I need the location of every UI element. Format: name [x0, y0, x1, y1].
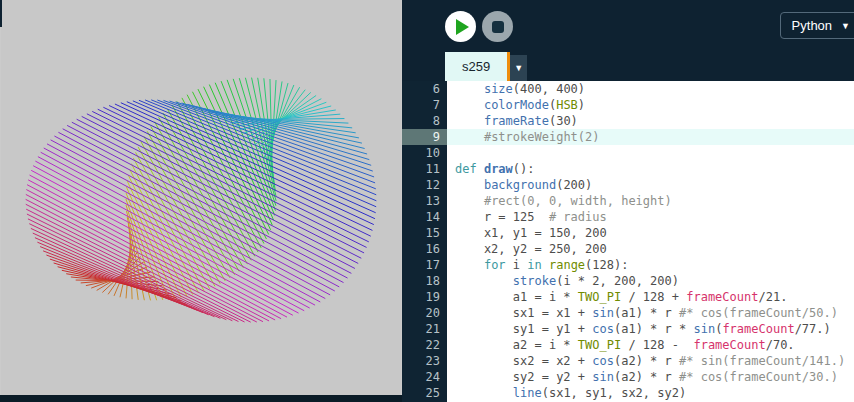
code-token: TWO_PI [578, 338, 621, 352]
sketch-output-area[interactable] [0, 0, 402, 395]
line-number: 21 [402, 321, 447, 337]
code-token: sy2 = y2 + [455, 370, 592, 384]
code-token: (a1) * r [614, 306, 679, 320]
code-token: ) [578, 98, 585, 112]
code-line[interactable]: stroke(i * 2, 200, 200) [447, 273, 854, 289]
code-line[interactable]: #rect(0, 0, width, height) [447, 193, 854, 209]
chevron-down-icon: ▼ [841, 21, 850, 31]
line-number: 23 [402, 353, 447, 369]
code-token: sx2 = x2 + [455, 354, 592, 368]
code-line[interactable]: frameRate(30) [447, 113, 854, 129]
code-line[interactable]: background(200) [447, 177, 854, 193]
code-token: size [484, 82, 513, 96]
code-token: r = 125 [455, 210, 549, 224]
code-token: x2, y2 = 250, 200 [455, 242, 607, 256]
code-line[interactable] [447, 145, 854, 161]
line-number: 7 [402, 97, 447, 113]
code-token: x1, y1 = 150, 200 [455, 226, 607, 240]
code-line[interactable]: size(400, 400) [447, 81, 854, 97]
line-number: 14 [402, 209, 447, 225]
code-token: / 128 + [621, 290, 686, 304]
line-number: 9 [402, 129, 447, 145]
line-number: 12 [402, 177, 447, 193]
code-token [455, 82, 484, 96]
line-number: 16 [402, 241, 447, 257]
code-line[interactable]: sy1 = y1 + cos(a1) * r * sin(frameCount/… [447, 321, 854, 337]
code-area[interactable]: size(400, 400) colorMode(HSB) frameRate(… [447, 81, 854, 402]
code-token: #* cos(frameCount/30.) [679, 370, 838, 384]
code-token: HSB [556, 98, 578, 112]
code-token: def [455, 162, 477, 176]
code-line[interactable]: line(sx1, sy1, sx2, sy2) [447, 385, 854, 401]
code-token: TWO_PI [578, 290, 621, 304]
tab-bar: s259 ▼ [402, 52, 854, 81]
line-number: 24 [402, 369, 447, 385]
line-number: 13 [402, 193, 447, 209]
code-token [455, 194, 484, 208]
code-line[interactable]: sy2 = y2 + sin(a2) * r #* cos(frameCount… [447, 369, 854, 385]
code-line[interactable]: sx2 = x2 + cos(a2) * r #* sin(frameCount… [447, 353, 854, 369]
line-number: 11 [402, 161, 447, 177]
line-number: 18 [402, 273, 447, 289]
code-line[interactable]: sx1 = x1 + sin(a1) * r #* cos(frameCount… [447, 305, 854, 321]
code-line[interactable]: def draw(): [447, 161, 854, 177]
tab-s259[interactable]: s259 [445, 52, 510, 81]
code-token: draw [484, 162, 513, 176]
code-token: / 128 - [621, 338, 693, 352]
code-token: sx1 = x1 + [455, 306, 592, 320]
code-token: range [549, 258, 585, 272]
code-token: i [506, 258, 528, 272]
code-token [455, 274, 513, 288]
code-line[interactable]: r = 125 # radius [447, 209, 854, 225]
code-token [455, 178, 484, 192]
pane-edge-sliver [0, 0, 2, 27]
code-token: a2 = i * [455, 338, 578, 352]
language-label: Python [792, 18, 832, 33]
code-editor[interactable]: 678910111213141516171819202122232425 siz… [402, 81, 854, 402]
code-token [477, 162, 484, 176]
code-token: #rect(0, 0, width, height) [484, 194, 672, 208]
code-token: sin [592, 306, 614, 320]
code-token: frameCount [722, 322, 794, 336]
code-token: (sx1, sy1, sx2, sy2) [542, 386, 687, 400]
code-token: /21. [758, 290, 787, 304]
code-token: (400, 400) [513, 82, 585, 96]
code-token: cos [592, 354, 614, 368]
code-token: (a1) * r * [614, 322, 693, 336]
code-token: (30) [549, 114, 578, 128]
line-number: 22 [402, 337, 447, 353]
code-token: frameCount [686, 290, 758, 304]
code-line[interactable]: x2, y2 = 250, 200 [447, 241, 854, 257]
line-number-gutter: 678910111213141516171819202122232425 [402, 81, 447, 402]
code-token: /70. [766, 338, 795, 352]
code-token: colorMode [484, 98, 549, 112]
code-token: line [513, 386, 542, 400]
toolbar: Python ▼ [402, 0, 854, 52]
code-token: sy1 = y1 + [455, 322, 592, 336]
code-line[interactable]: colorMode(HSB) [447, 97, 854, 113]
run-button[interactable] [445, 11, 476, 42]
processing-canvas[interactable] [1, 0, 401, 395]
code-token: cos [592, 322, 614, 336]
code-line[interactable]: a2 = i * TWO_PI / 128 - frameCount/70. [447, 337, 854, 353]
code-token: #strokeWeight(2) [484, 130, 600, 144]
code-line[interactable]: for i in range(128): [447, 257, 854, 273]
code-line[interactable]: a1 = i * TWO_PI / 128 + frameCount/21. [447, 289, 854, 305]
code-token [542, 258, 549, 272]
code-token: in [527, 258, 541, 272]
code-token: (): [513, 162, 535, 176]
line-number: 17 [402, 257, 447, 273]
stop-button[interactable] [482, 11, 513, 42]
stop-icon [492, 21, 504, 33]
code-token: stroke [513, 274, 556, 288]
code-token [455, 114, 484, 128]
code-token: #* cos(frameCount/50.) [679, 306, 838, 320]
code-line[interactable]: x1, y1 = 150, 200 [447, 225, 854, 241]
language-dropdown[interactable]: Python ▼ [780, 12, 854, 39]
code-token: background [484, 178, 556, 192]
code-token: frameRate [484, 114, 549, 128]
line-number: 25 [402, 385, 447, 401]
code-line[interactable]: #strokeWeight(2) [447, 129, 854, 145]
tab-menu-button[interactable]: ▼ [510, 55, 527, 81]
code-token: sin [693, 322, 715, 336]
